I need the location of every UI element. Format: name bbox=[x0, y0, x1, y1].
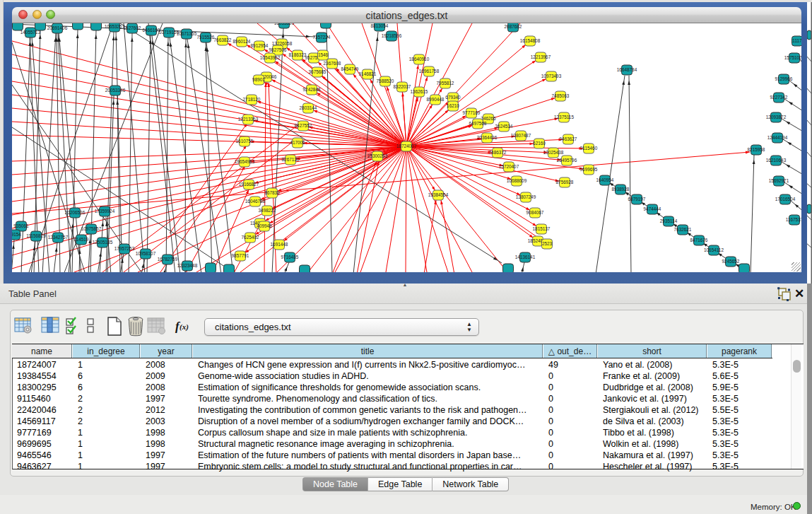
svg-text:10958107: 10958107 bbox=[136, 251, 156, 256]
svg-text:62160: 62160 bbox=[533, 141, 546, 146]
svg-text:(x): (x) bbox=[180, 322, 189, 332]
svg-text:9857791: 9857791 bbox=[232, 253, 249, 258]
svg-text:17359924: 17359924 bbox=[95, 209, 115, 214]
svg-text:13807249: 13807249 bbox=[516, 194, 536, 199]
svg-text:10653267: 10653267 bbox=[105, 24, 125, 29]
svg-text:14136141: 14136141 bbox=[515, 255, 536, 259]
svg-text:16782759: 16782759 bbox=[158, 257, 178, 262]
svg-text:9245652: 9245652 bbox=[722, 259, 740, 264]
svg-text:16210643: 16210643 bbox=[766, 158, 787, 163]
svg-text:114519: 114519 bbox=[74, 237, 89, 242]
svg-text:8938928: 8938928 bbox=[612, 187, 630, 192]
svg-text:867833: 867833 bbox=[264, 190, 280, 195]
svg-text:9146821: 9146821 bbox=[359, 71, 377, 76]
svg-text:9716485: 9716485 bbox=[281, 255, 299, 259]
svg-text:417006: 417006 bbox=[290, 140, 305, 145]
svg-text:12213967: 12213967 bbox=[531, 54, 551, 59]
svg-text:9474444: 9474444 bbox=[644, 206, 661, 211]
svg-text:10807487: 10807487 bbox=[511, 133, 531, 138]
svg-text:8215958: 8215958 bbox=[748, 147, 765, 152]
svg-text:10025438: 10025438 bbox=[543, 150, 564, 155]
svg-text:1640954: 1640954 bbox=[596, 177, 614, 182]
svg-text:19166827: 19166827 bbox=[239, 182, 259, 187]
svg-text:935061: 935061 bbox=[13, 223, 29, 228]
svg-text:25300293: 25300293 bbox=[367, 153, 388, 158]
svg-text:12323448: 12323448 bbox=[177, 263, 198, 268]
svg-text:12444194: 12444194 bbox=[767, 135, 788, 140]
svg-text:9242848: 9242848 bbox=[303, 87, 321, 92]
svg-text:26495796: 26495796 bbox=[557, 158, 577, 163]
svg-text:15720407: 15720407 bbox=[499, 164, 519, 169]
svg-text:8186323: 8186323 bbox=[289, 52, 307, 57]
svg-text:13226058: 13226058 bbox=[272, 41, 293, 46]
svg-text:9084067: 9084067 bbox=[526, 210, 544, 215]
svg-text:2367608: 2367608 bbox=[324, 61, 341, 66]
svg-text:409948: 409948 bbox=[257, 223, 272, 228]
svg-text:6466160: 6466160 bbox=[143, 28, 160, 33]
svg-text:1610755: 1610755 bbox=[236, 139, 254, 144]
svg-text:7515526: 7515526 bbox=[197, 35, 215, 40]
svg-text:7486372: 7486372 bbox=[489, 150, 507, 155]
svg-text:10975857: 10975857 bbox=[81, 226, 102, 231]
svg-text:10973493: 10973493 bbox=[541, 74, 562, 78]
svg-text:10688609: 10688609 bbox=[507, 178, 527, 183]
svg-text:16648784: 16648784 bbox=[617, 67, 637, 72]
svg-text:9115460: 9115460 bbox=[580, 146, 598, 151]
svg-text:1167537: 1167537 bbox=[786, 217, 801, 222]
svg-text:20364436: 20364436 bbox=[477, 135, 498, 140]
svg-text:20691406: 20691406 bbox=[47, 25, 68, 30]
svg-text:16154808: 16154808 bbox=[520, 38, 541, 43]
svg-text:12375115: 12375115 bbox=[554, 115, 574, 119]
svg-text:98901: 98901 bbox=[252, 77, 265, 82]
svg-text:17957253: 17957253 bbox=[114, 246, 135, 251]
svg-text:7485063: 7485063 bbox=[552, 93, 570, 98]
svg-text:8427552: 8427552 bbox=[295, 123, 312, 128]
svg-text:12505135: 12505135 bbox=[93, 240, 113, 245]
svg-text:17016504: 17016504 bbox=[775, 197, 796, 201]
svg-text:8960124: 8960124 bbox=[233, 39, 251, 44]
svg-text:19654983: 19654983 bbox=[235, 159, 255, 164]
svg-text:16033809: 16033809 bbox=[274, 23, 295, 25]
svg-text:3675685: 3675685 bbox=[309, 69, 326, 74]
svg-text:19218596: 19218596 bbox=[382, 33, 402, 38]
svg-text:10671355: 10671355 bbox=[177, 31, 197, 36]
svg-text:3624534: 3624534 bbox=[495, 124, 513, 129]
svg-text:7632621: 7632621 bbox=[674, 227, 692, 232]
svg-text:8912954: 8912954 bbox=[251, 43, 269, 48]
svg-text:1362615: 1362615 bbox=[411, 89, 428, 94]
svg-text:2803144: 2803144 bbox=[300, 105, 317, 110]
svg-text:18724007: 18724007 bbox=[396, 144, 417, 148]
svg-text:7663822: 7663822 bbox=[214, 37, 232, 42]
svg-text:15751074: 15751074 bbox=[784, 55, 801, 60]
svg-text:679340: 679340 bbox=[445, 95, 461, 100]
svg-text:6497568: 6497568 bbox=[469, 121, 487, 126]
svg-text:1815137: 1815137 bbox=[533, 226, 551, 231]
svg-text:11156829: 11156829 bbox=[26, 233, 46, 238]
svg-text:20053346: 20053346 bbox=[105, 88, 126, 93]
svg-text:1117: 1117 bbox=[792, 38, 801, 43]
svg-text:16961758: 16961758 bbox=[419, 69, 440, 74]
svg-text:9227342: 9227342 bbox=[770, 95, 788, 100]
svg-text:1527602: 1527602 bbox=[124, 25, 141, 30]
svg-text:9827506: 9827506 bbox=[269, 47, 287, 52]
svg-text:6879197: 6879197 bbox=[628, 197, 646, 201]
svg-text:7955812: 7955812 bbox=[437, 81, 454, 86]
svg-text:8813054: 8813054 bbox=[371, 23, 389, 28]
svg-text:1691448: 1691448 bbox=[271, 242, 288, 247]
svg-text:15692971: 15692971 bbox=[769, 178, 789, 183]
svg-text:1546: 1546 bbox=[318, 52, 329, 57]
svg-text:3498222: 3498222 bbox=[259, 208, 276, 213]
svg-text:2935114: 2935114 bbox=[660, 218, 678, 223]
svg-text:9699695: 9699695 bbox=[580, 167, 598, 172]
svg-text:8322037: 8322037 bbox=[394, 84, 411, 89]
svg-text:8471676: 8471676 bbox=[690, 238, 708, 243]
svg-text:9129966: 9129966 bbox=[775, 76, 793, 81]
svg-text:16046788: 16046788 bbox=[245, 199, 266, 204]
svg-text:7625402: 7625402 bbox=[242, 235, 259, 240]
svg-text:7357224: 7357224 bbox=[313, 35, 331, 40]
svg-text:20206536: 20206536 bbox=[65, 210, 86, 215]
svg-text:19384554: 19384554 bbox=[428, 192, 449, 197]
svg-text:8756928: 8756928 bbox=[556, 180, 574, 185]
svg-text:7588520: 7588520 bbox=[377, 78, 394, 83]
svg-text:8990448: 8990448 bbox=[427, 97, 445, 102]
